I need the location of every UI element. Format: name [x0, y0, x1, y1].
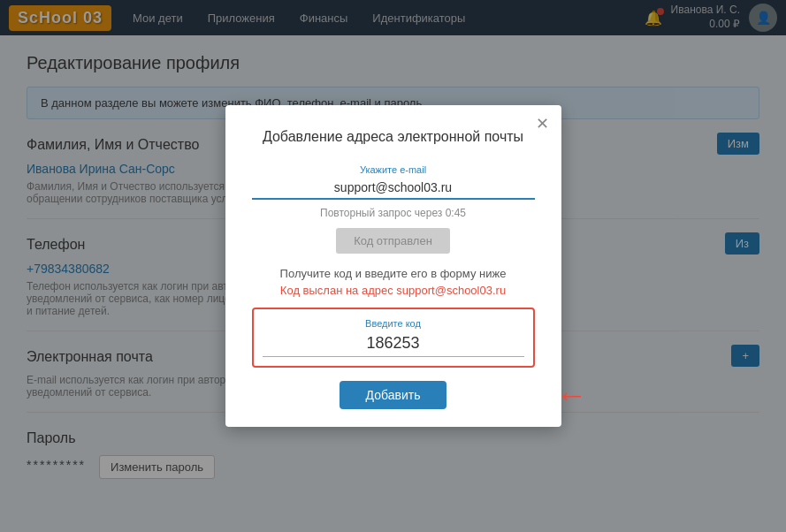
- email-field-label: Укажите e-mail: [252, 164, 535, 175]
- code-sent-address: Код выслан на адрес support@school03.ru: [252, 284, 535, 297]
- code-input-label: Введите код: [263, 318, 524, 329]
- add-button-wrapper: Добавить ←: [252, 381, 535, 409]
- arrow-icon: ←: [556, 376, 588, 414]
- code-sent-email: support@school03.ru: [396, 284, 506, 297]
- add-button[interactable]: Добавить: [340, 381, 447, 409]
- modal-overlay: ✕ Добавление адреса электронной почты Ук…: [0, 0, 786, 532]
- code-sent-button: Код отправлен: [336, 228, 450, 254]
- modal-email-field: Укажите e-mail: [252, 164, 535, 207]
- modal-email-input[interactable]: [252, 177, 535, 200]
- code-input-wrapper: Введите код: [252, 308, 535, 368]
- modal-close-button[interactable]: ✕: [536, 114, 549, 133]
- modal-title: Добавление адреса электронной почты: [252, 127, 535, 147]
- code-sent-prefix: Код выслан на адрес: [280, 284, 396, 297]
- resend-timer: Повторный запрос через 0:45: [252, 207, 535, 219]
- code-info-text: Получите код и введите его в форму ниже: [252, 267, 535, 280]
- modal-dialog: ✕ Добавление адреса электронной почты Ук…: [225, 105, 561, 427]
- code-input[interactable]: [263, 331, 524, 357]
